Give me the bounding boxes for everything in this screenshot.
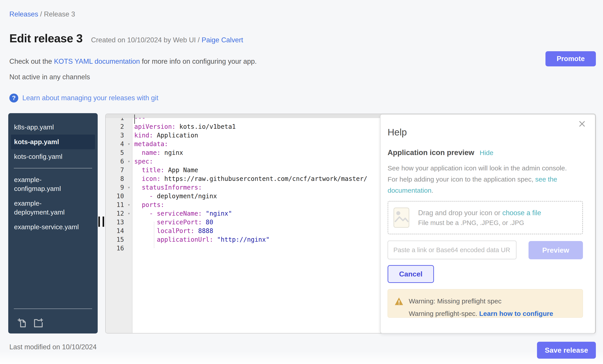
code-text: - deployment/nginx [132,192,217,200]
channel-status-text: Not active in any channels [9,73,90,81]
line-number: 15 [106,235,125,244]
warning-icon [394,297,404,306]
promote-button[interactable]: Promote [545,51,596,66]
fold-spacer [125,244,132,253]
line-number: 11 [106,200,125,209]
fold-spacer [125,227,132,235]
image-placeholder-icon [393,207,410,228]
last-modified-text: Last modified on 10/10/2024 [9,343,97,351]
breadcrumb-releases-link[interactable]: Releases [9,10,38,18]
code-text: ports: [132,200,164,209]
line-number: 3 [106,131,125,140]
fold-spacer [125,175,132,183]
line-number: 2 [106,122,125,131]
line-number: 8 [106,175,125,183]
file-tree-sidebar: k8s-app.yamlkots-app.yamlkots-config.yam… [8,113,98,333]
code-text: statusInformers: [132,183,202,192]
help-panel: Help Application icon preview Hide See h… [380,114,595,333]
fold-arrow-icon[interactable]: ▾ [125,183,132,192]
breadcrumb-current: / Release 3 [38,10,75,18]
line-number: 9 [106,183,125,192]
fold-arrow-icon[interactable]: ▾ [125,209,132,218]
fold-spacer [125,131,132,140]
code-text: apiVersion: kots.io/v1beta1 [132,122,236,131]
indent-guide [154,222,154,248]
file-list: k8s-app.yamlkots-app.yamlkots-config.yam… [8,120,98,234]
fold-spacer [125,218,132,227]
warning-line2-text: Warning preflight-spec. [409,310,479,317]
code-text: spec: [132,157,153,166]
file-list-divider [14,168,92,168]
code-text: kind: Application [132,131,198,140]
fold-spacer [125,148,132,157]
line-number: 16 [106,244,125,253]
preflight-warning-box: Warning: Missing preflight spec Warning … [388,289,583,318]
docs-hint-text: Check out the KOTS YAML documentation fo… [9,57,257,66]
fold-spacer [125,192,132,200]
add-file-icon[interactable] [17,318,27,328]
fold-arrow-icon[interactable]: ▾ [125,200,132,209]
docs-hint-before: Check out the [9,57,54,65]
file-tree-item[interactable]: example- configmap.yaml [11,172,95,196]
line-number: 5 [106,148,125,157]
file-tree-item[interactable]: kots-app.yaml [11,134,95,149]
warning-line1: Warning: Missing preflight spec [409,298,501,305]
hide-link[interactable]: Hide [480,149,494,157]
fold-spacer [125,122,132,131]
choose-file-link[interactable]: choose a file [502,209,541,217]
git-releases-link-label: Learn about managing your releases with … [22,94,158,102]
fold-arrow-icon[interactable]: ▾ [125,157,132,166]
question-mark-icon: ? [9,94,18,102]
created-by-text: Created on 10/10/2024 by Web UI / Paige … [91,36,243,44]
line-number: 7 [106,166,125,175]
line-number: 12 [106,209,125,218]
created-prefix: Created on 10/10/2024 by Web UI / [91,36,202,44]
code-text: localPort: 8888 [132,227,213,235]
panel-resize-handle-left[interactable] [98,217,104,227]
code-text: name: nginx [132,148,183,157]
fold-spacer [125,166,132,175]
code-text: - serviceName: "nginx" [132,209,232,218]
file-tree-item[interactable]: k8s-app.yaml [11,120,95,134]
desc-after: . [431,187,433,194]
add-folder-icon[interactable] [33,318,44,328]
sidebar-footer [8,313,98,333]
learn-how-to-configure-link[interactable]: Learn how to configure [479,310,553,317]
icon-dropzone[interactable]: Drag and drop your icon or choose a file… [388,201,583,234]
icon-url-input[interactable] [388,241,516,259]
code-text: metadata: [132,140,168,148]
icon-preview-section-header: Application icon preview Hide [388,148,493,157]
save-release-button[interactable]: Save release [537,342,596,359]
help-title: Help [388,127,407,138]
fold-arrow-icon[interactable]: ▾ [125,140,132,148]
line-number: 4 [106,140,125,148]
git-releases-link[interactable]: ? Learn about managing your releases wit… [9,94,158,102]
cancel-button[interactable]: Cancel [388,265,434,283]
code-text: applicationUrl: "http://nginx" [132,235,270,244]
created-by-user-link[interactable]: Paige Calvert [202,36,243,44]
close-icon[interactable] [578,120,586,128]
page-title: Edit release 3 [9,32,82,45]
line-number: 13 [106,218,125,227]
kots-yaml-docs-link[interactable]: KOTS YAML documentation [54,57,140,65]
text-cursor [134,114,135,124]
code-text: icon: https://raw.githubusercontent.com/… [132,175,367,183]
dropzone-line2: File must be a .PNG, .JPEG, or .JPG [418,219,541,227]
preview-button[interactable]: Preview [529,241,583,259]
breadcrumb: Releases / Release 3 [9,10,75,18]
sidebar-spacer [8,234,98,305]
line-number: 1 [106,118,125,122]
docs-hint-after: for more info on configuring your app. [140,57,257,65]
icon-preview-title: Application icon preview [388,148,474,157]
file-tree-item[interactable]: example- deployment.yaml [11,196,95,220]
file-tree-item[interactable]: example-service.yaml [11,220,95,234]
code-text [132,244,134,253]
file-tree-item[interactable]: kots-config.yaml [11,149,95,164]
warning-line2: Warning preflight-spec. Learn how to con… [409,310,553,318]
line-number: 10 [106,192,125,200]
icon-preview-description: See how your application icon will look … [388,163,577,196]
dropzone-line1: Drag and drop your icon or [418,209,502,217]
sidebar-footer-divider [14,309,92,309]
code-text: title: App Name [132,166,198,175]
title-row: Edit release 3 Created on 10/10/2024 by … [9,32,243,45]
